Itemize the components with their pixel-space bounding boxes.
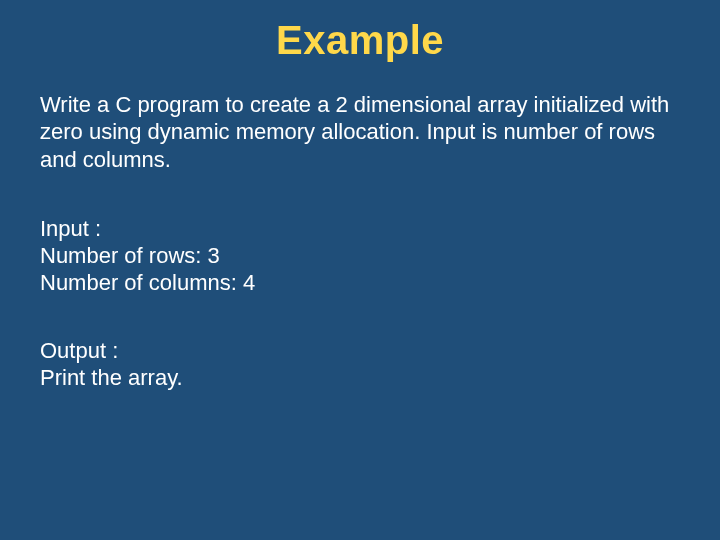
input-block: Input : Number of rows: 3 Number of colu… bbox=[40, 215, 680, 297]
output-block: Output : Print the array. bbox=[40, 337, 680, 392]
slide: Example Write a C program to create a 2 … bbox=[0, 0, 720, 540]
slide-body: Write a C program to create a 2 dimensio… bbox=[40, 91, 680, 391]
input-header: Input : bbox=[40, 215, 680, 242]
input-rows: Number of rows: 3 bbox=[40, 242, 680, 269]
input-cols: Number of columns: 4 bbox=[40, 269, 680, 296]
slide-title: Example bbox=[40, 18, 680, 63]
output-header: Output : bbox=[40, 337, 680, 364]
output-line: Print the array. bbox=[40, 364, 680, 391]
problem-description: Write a C program to create a 2 dimensio… bbox=[40, 91, 680, 173]
